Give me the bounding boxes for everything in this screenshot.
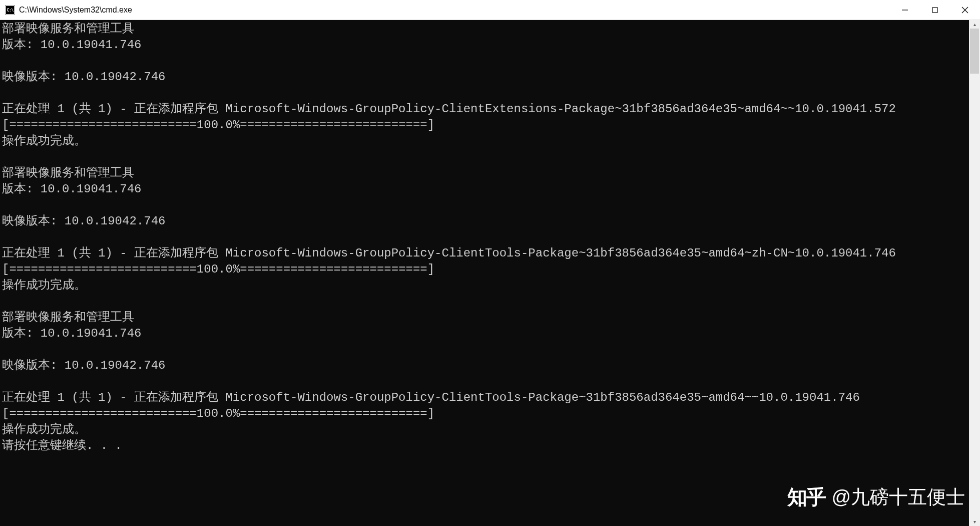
vertical-scrollbar[interactable]: ▴ ▾ [969,20,980,526]
minimize-button[interactable] [890,0,920,20]
close-button[interactable] [950,0,980,20]
maximize-icon [931,7,938,14]
scroll-down-arrow[interactable]: ▾ [969,517,980,526]
window-title: C:\Windows\System32\cmd.exe [19,6,132,15]
cmd-icon: C:\ [5,5,15,15]
scroll-up-arrow[interactable]: ▴ [969,20,980,29]
close-icon [961,6,969,14]
terminal-output[interactable]: 部署映像服务和管理工具 版本: 10.0.19041.746 映像版本: 10.… [0,20,969,526]
scrollbar-thumb[interactable] [970,29,979,74]
maximize-button[interactable] [920,0,950,20]
minimize-icon [901,7,908,14]
svg-rect-1 [932,8,937,13]
titlebar[interactable]: C:\ C:\Windows\System32\cmd.exe [0,0,980,20]
terminal-area: 部署映像服务和管理工具 版本: 10.0.19041.746 映像版本: 10.… [0,20,980,526]
